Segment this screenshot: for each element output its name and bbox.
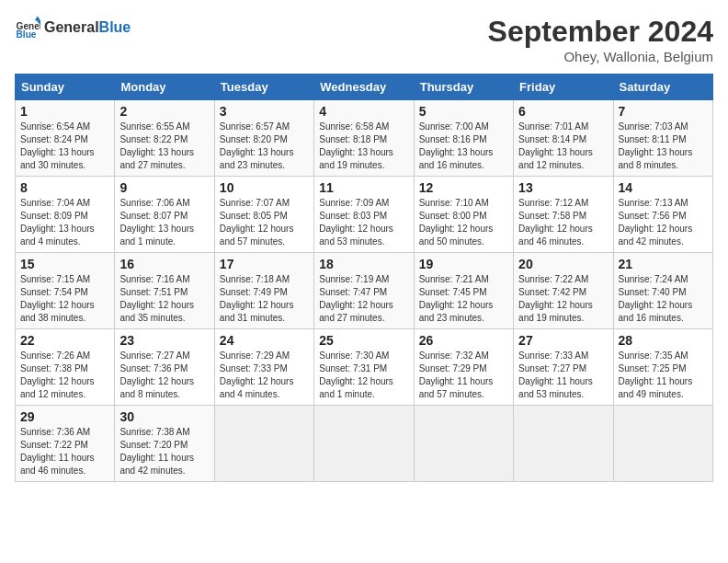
day-number: 7 (619, 104, 708, 119)
day-number: 16 (119, 257, 209, 271)
day-info: Sunrise: 7:26 AM Sunset: 7:38 PM Dayligh… (20, 350, 109, 401)
weekday-header-monday: Monday (115, 75, 214, 100)
day-number: 19 (419, 257, 508, 271)
calendar-cell: 14Sunrise: 7:13 AM Sunset: 7:56 PM Dayli… (613, 177, 712, 253)
day-info: Sunrise: 6:55 AM Sunset: 8:22 PM Dayligh… (119, 121, 209, 172)
day-info: Sunrise: 7:15 AM Sunset: 7:54 PM Dayligh… (20, 273, 109, 325)
day-number: 10 (220, 180, 309, 195)
calendar-cell: 22Sunrise: 7:26 AM Sunset: 7:38 PM Dayli… (16, 329, 115, 406)
calendar-cell (214, 406, 313, 482)
logo: General Blue GeneralBlue (15, 15, 131, 40)
calendar-cell: 26Sunrise: 7:32 AM Sunset: 7:29 PM Dayli… (414, 329, 513, 406)
day-number: 14 (619, 180, 708, 195)
weekday-header-row: SundayMondayTuesdayWednesdayThursdayFrid… (16, 75, 713, 100)
day-info: Sunrise: 7:07 AM Sunset: 8:05 PM Dayligh… (220, 197, 309, 248)
calendar-week-row: 1Sunrise: 6:54 AM Sunset: 8:24 PM Daylig… (16, 100, 713, 177)
day-info: Sunrise: 7:18 AM Sunset: 7:49 PM Dayligh… (220, 273, 309, 325)
calendar-cell (613, 406, 712, 482)
day-info: Sunrise: 7:09 AM Sunset: 8:03 PM Dayligh… (319, 197, 408, 248)
weekday-header-sunday: Sunday (16, 75, 115, 100)
day-info: Sunrise: 6:57 AM Sunset: 8:20 PM Dayligh… (220, 121, 309, 172)
location-subtitle: Ohey, Wallonia, Belgium (488, 49, 713, 64)
calendar-cell: 19Sunrise: 7:21 AM Sunset: 7:45 PM Dayli… (414, 253, 513, 329)
day-info: Sunrise: 7:22 AM Sunset: 7:42 PM Dayligh… (518, 273, 608, 325)
calendar-table: SundayMondayTuesdayWednesdayThursdayFrid… (15, 74, 713, 482)
day-number: 18 (319, 257, 408, 271)
logo-icon: General Blue (15, 15, 40, 40)
day-info: Sunrise: 7:16 AM Sunset: 7:51 PM Dayligh… (119, 273, 209, 325)
day-number: 9 (119, 180, 209, 195)
calendar-cell: 9Sunrise: 7:06 AM Sunset: 8:07 PM Daylig… (115, 177, 214, 253)
day-info: Sunrise: 7:01 AM Sunset: 8:14 PM Dayligh… (518, 121, 608, 172)
day-info: Sunrise: 6:54 AM Sunset: 8:24 PM Dayligh… (20, 121, 109, 172)
calendar-cell: 6Sunrise: 7:01 AM Sunset: 8:14 PM Daylig… (514, 100, 613, 177)
calendar-cell: 15Sunrise: 7:15 AM Sunset: 7:54 PM Dayli… (16, 253, 115, 329)
calendar-cell: 21Sunrise: 7:24 AM Sunset: 7:40 PM Dayli… (613, 253, 712, 329)
day-number: 3 (220, 104, 309, 119)
day-number: 23 (119, 333, 209, 348)
calendar-cell: 17Sunrise: 7:18 AM Sunset: 7:49 PM Dayli… (214, 253, 313, 329)
calendar-cell: 4Sunrise: 6:58 AM Sunset: 8:18 PM Daylig… (314, 100, 414, 177)
day-info: Sunrise: 7:10 AM Sunset: 8:00 PM Dayligh… (419, 197, 508, 248)
calendar-cell: 1Sunrise: 6:54 AM Sunset: 8:24 PM Daylig… (16, 100, 115, 177)
month-year-title: September 2024 (488, 15, 713, 49)
day-number: 24 (220, 333, 309, 348)
calendar-cell: 23Sunrise: 7:27 AM Sunset: 7:36 PM Dayli… (115, 329, 214, 406)
day-number: 26 (419, 333, 508, 348)
day-number: 12 (419, 180, 508, 195)
page-header: General Blue GeneralBlue September 2024 … (15, 15, 713, 64)
day-number: 21 (619, 257, 708, 271)
day-info: Sunrise: 7:13 AM Sunset: 7:56 PM Dayligh… (619, 197, 708, 248)
day-info: Sunrise: 7:27 AM Sunset: 7:36 PM Dayligh… (119, 350, 209, 401)
day-number: 17 (220, 257, 309, 271)
weekday-header-thursday: Thursday (414, 75, 513, 100)
calendar-cell: 29Sunrise: 7:36 AM Sunset: 7:22 PM Dayli… (16, 406, 115, 482)
calendar-cell: 24Sunrise: 7:29 AM Sunset: 7:33 PM Dayli… (214, 329, 313, 406)
day-info: Sunrise: 7:38 AM Sunset: 7:20 PM Dayligh… (119, 426, 209, 477)
day-info: Sunrise: 7:21 AM Sunset: 7:45 PM Dayligh… (419, 273, 508, 325)
title-block: September 2024 Ohey, Wallonia, Belgium (488, 15, 713, 64)
day-number: 8 (20, 180, 109, 195)
calendar-cell (414, 406, 513, 482)
calendar-cell (314, 406, 414, 482)
weekday-header-tuesday: Tuesday (214, 75, 313, 100)
day-number: 13 (518, 180, 608, 195)
day-number: 28 (619, 333, 708, 348)
calendar-cell: 25Sunrise: 7:30 AM Sunset: 7:31 PM Dayli… (314, 329, 414, 406)
day-number: 6 (518, 104, 608, 119)
day-info: Sunrise: 7:06 AM Sunset: 8:07 PM Dayligh… (119, 197, 209, 248)
calendar-week-row: 22Sunrise: 7:26 AM Sunset: 7:38 PM Dayli… (16, 329, 713, 406)
day-number: 30 (119, 409, 209, 424)
calendar-cell: 13Sunrise: 7:12 AM Sunset: 7:58 PM Dayli… (514, 177, 613, 253)
day-info: Sunrise: 7:12 AM Sunset: 7:58 PM Dayligh… (518, 197, 608, 248)
day-number: 25 (319, 333, 408, 348)
day-info: Sunrise: 7:19 AM Sunset: 7:47 PM Dayligh… (319, 273, 408, 325)
calendar-cell: 20Sunrise: 7:22 AM Sunset: 7:42 PM Dayli… (514, 253, 613, 329)
calendar-cell: 10Sunrise: 7:07 AM Sunset: 8:05 PM Dayli… (214, 177, 313, 253)
day-info: Sunrise: 7:33 AM Sunset: 7:27 PM Dayligh… (518, 350, 608, 401)
day-number: 1 (20, 104, 109, 119)
calendar-cell: 30Sunrise: 7:38 AM Sunset: 7:20 PM Dayli… (115, 406, 214, 482)
day-info: Sunrise: 7:29 AM Sunset: 7:33 PM Dayligh… (220, 350, 309, 401)
day-number: 11 (319, 180, 408, 195)
day-number: 29 (20, 409, 109, 424)
day-number: 27 (518, 333, 608, 348)
calendar-cell: 27Sunrise: 7:33 AM Sunset: 7:27 PM Dayli… (514, 329, 613, 406)
day-number: 5 (419, 104, 508, 119)
calendar-cell: 11Sunrise: 7:09 AM Sunset: 8:03 PM Dayli… (314, 177, 414, 253)
calendar-cell: 18Sunrise: 7:19 AM Sunset: 7:47 PM Dayli… (314, 253, 414, 329)
svg-text:Blue: Blue (17, 29, 37, 40)
day-info: Sunrise: 7:35 AM Sunset: 7:25 PM Dayligh… (619, 350, 708, 401)
calendar-cell: 16Sunrise: 7:16 AM Sunset: 7:51 PM Dayli… (115, 253, 214, 329)
weekday-header-friday: Friday (514, 75, 613, 100)
day-info: Sunrise: 7:36 AM Sunset: 7:22 PM Dayligh… (20, 426, 109, 477)
svg-marker-2 (35, 17, 40, 21)
weekday-header-wednesday: Wednesday (314, 75, 414, 100)
day-info: Sunrise: 7:32 AM Sunset: 7:29 PM Dayligh… (419, 350, 508, 401)
day-number: 22 (20, 333, 109, 348)
day-info: Sunrise: 7:24 AM Sunset: 7:40 PM Dayligh… (619, 273, 708, 325)
day-info: Sunrise: 7:30 AM Sunset: 7:31 PM Dayligh… (319, 350, 408, 401)
day-info: Sunrise: 7:00 AM Sunset: 8:16 PM Dayligh… (419, 121, 508, 172)
calendar-cell (514, 406, 613, 482)
calendar-cell: 7Sunrise: 7:03 AM Sunset: 8:11 PM Daylig… (613, 100, 712, 177)
